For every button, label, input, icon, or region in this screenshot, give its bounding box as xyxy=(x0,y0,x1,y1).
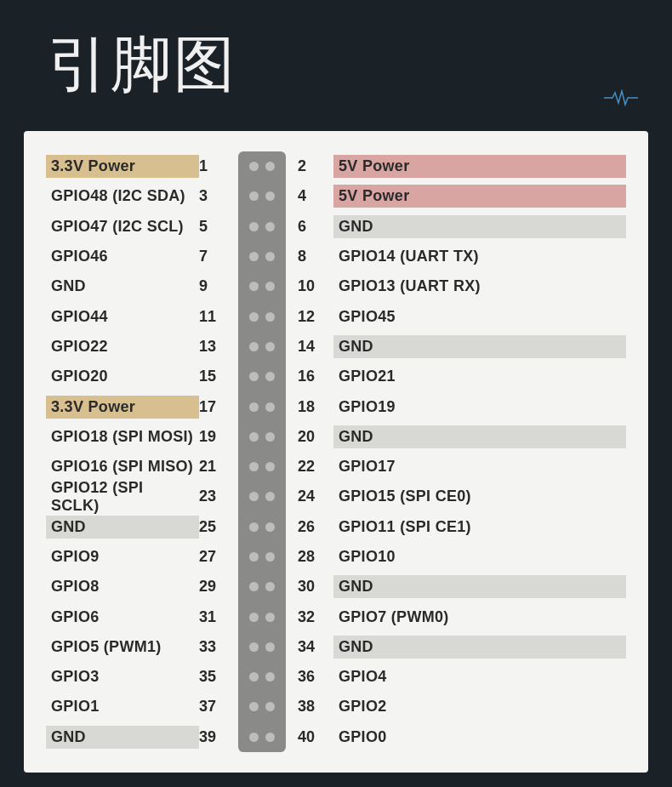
pin-label-right: 5V Power xyxy=(333,185,626,208)
pin-dot xyxy=(265,282,275,291)
pin-number-right: 38 xyxy=(286,698,333,716)
pin-dot xyxy=(249,552,259,562)
pin-row: GPIO201516GPIO21 xyxy=(46,362,626,391)
pin-label-right: GPIO0 xyxy=(333,726,626,749)
pin-dot xyxy=(265,222,275,231)
pin-dot xyxy=(265,312,275,322)
pin-header-strip xyxy=(238,212,286,242)
pin-number-right: 14 xyxy=(286,338,333,356)
pin-label-right: GPIO4 xyxy=(333,665,626,688)
pin-label-left: GPIO1 xyxy=(46,695,199,718)
pin-header-strip xyxy=(238,632,286,662)
pin-number-right: 36 xyxy=(286,668,333,686)
pin-dot xyxy=(249,222,259,231)
pin-label-left: 3.3V Power xyxy=(46,396,199,419)
pin-number-right: 4 xyxy=(286,187,333,205)
pin-number-left: 17 xyxy=(199,398,238,416)
pin-number-right: 10 xyxy=(286,277,333,295)
pin-dot xyxy=(265,191,275,201)
pin-dot xyxy=(265,462,275,471)
pin-dot xyxy=(249,252,259,261)
pin-row: GPIO33536GPIO4 xyxy=(46,662,626,692)
pin-row: GND2526GPIO11 (SPI CE1) xyxy=(46,512,626,542)
pin-dot xyxy=(249,282,259,291)
pin-label-left: GPIO9 xyxy=(46,545,199,568)
pin-dot xyxy=(249,162,259,171)
pin-label-right: GPIO14 (UART TX) xyxy=(333,245,626,268)
pin-number-right: 18 xyxy=(286,398,333,416)
pin-number-right: 24 xyxy=(286,488,333,505)
pin-row: GPIO63132GPIO7 (PWM0) xyxy=(46,602,626,631)
pin-number-left: 19 xyxy=(199,428,238,446)
pin-number-right: 30 xyxy=(286,578,333,596)
pin-number-right: 6 xyxy=(286,218,333,236)
pin-label-right: GND xyxy=(333,425,626,448)
pin-number-left: 13 xyxy=(199,338,238,356)
pin-label-right: GPIO15 (SPI CE0) xyxy=(333,485,626,508)
pin-dot xyxy=(249,342,259,351)
pin-number-left: 33 xyxy=(199,638,238,656)
pin-label-left: GND xyxy=(46,726,199,749)
pin-dot xyxy=(265,492,275,501)
pin-dot xyxy=(265,162,275,171)
pin-number-left: 3 xyxy=(199,187,238,205)
pin-dot xyxy=(265,733,275,742)
pin-header-strip xyxy=(238,542,286,572)
pin-label-left: GPIO12 (SPI SCLK) xyxy=(46,476,199,517)
pin-dot xyxy=(249,613,259,622)
pin-label-left: GPIO16 (SPI MISO) xyxy=(46,455,199,478)
pin-row: GPIO12 (SPI SCLK)2324GPIO15 (SPI CE0) xyxy=(46,482,626,511)
pin-label-left: 3.3V Power xyxy=(46,155,199,178)
pin-number-right: 40 xyxy=(286,728,333,746)
pin-label-right: GPIO7 (PWM0) xyxy=(333,606,626,629)
pin-header-strip xyxy=(238,181,286,211)
pin-dot xyxy=(249,582,259,591)
pin-header-strip xyxy=(238,151,286,181)
pin-header-strip xyxy=(238,271,286,301)
pin-label-left: GPIO48 (I2C SDA) xyxy=(46,185,199,208)
pin-label-left: GPIO20 xyxy=(46,365,199,388)
pin-number-right: 8 xyxy=(286,248,333,265)
pin-number-left: 37 xyxy=(199,698,238,716)
pin-dot xyxy=(265,402,275,412)
pin-label-left: GPIO3 xyxy=(46,665,199,688)
pin-dot xyxy=(249,492,259,501)
pin-dot xyxy=(249,312,259,322)
pin-row: GPIO13738GPIO2 xyxy=(46,692,626,721)
pin-dot xyxy=(265,613,275,622)
pin-label-left: GPIO44 xyxy=(46,305,199,328)
page-title: 引脚图 xyxy=(0,0,672,106)
pin-header-strip xyxy=(238,512,286,542)
pin-number-right: 26 xyxy=(286,518,333,536)
pin-number-right: 20 xyxy=(286,428,333,446)
pin-label-right: GPIO45 xyxy=(333,305,626,328)
pin-number-right: 16 xyxy=(286,368,333,385)
pin-dot xyxy=(249,733,259,742)
pin-dot xyxy=(265,552,275,562)
pin-number-right: 34 xyxy=(286,638,333,656)
pin-row: 3.3V Power125V Power xyxy=(46,151,626,181)
pin-label-left: GPIO5 (PWM1) xyxy=(46,636,199,659)
pin-label-left: GPIO46 xyxy=(46,245,199,268)
pin-row: GPIO92728GPIO10 xyxy=(46,542,626,572)
pin-header-strip xyxy=(238,722,286,752)
pin-row: GND910GPIO13 (UART RX) xyxy=(46,271,626,301)
pin-number-left: 1 xyxy=(199,157,238,175)
pin-dot xyxy=(249,672,259,681)
pin-label-right: GPIO17 xyxy=(333,455,626,478)
pin-number-left: 25 xyxy=(199,518,238,536)
pin-dot xyxy=(265,642,275,652)
pin-number-left: 5 xyxy=(199,218,238,236)
pin-label-left: GND xyxy=(46,516,199,539)
pin-row: GPIO5 (PWM1)3334GND xyxy=(46,632,626,662)
pin-dot xyxy=(265,342,275,351)
pin-number-left: 9 xyxy=(199,277,238,295)
pin-label-right: GND xyxy=(333,636,626,659)
pin-number-left: 7 xyxy=(199,248,238,265)
pin-label-left: GPIO6 xyxy=(46,606,199,629)
pin-header-strip xyxy=(238,242,286,271)
pin-label-right: GPIO21 xyxy=(333,365,626,388)
pin-number-right: 28 xyxy=(286,548,333,566)
pin-row: GND3940GPIO0 xyxy=(46,722,626,752)
pin-number-left: 15 xyxy=(199,368,238,385)
